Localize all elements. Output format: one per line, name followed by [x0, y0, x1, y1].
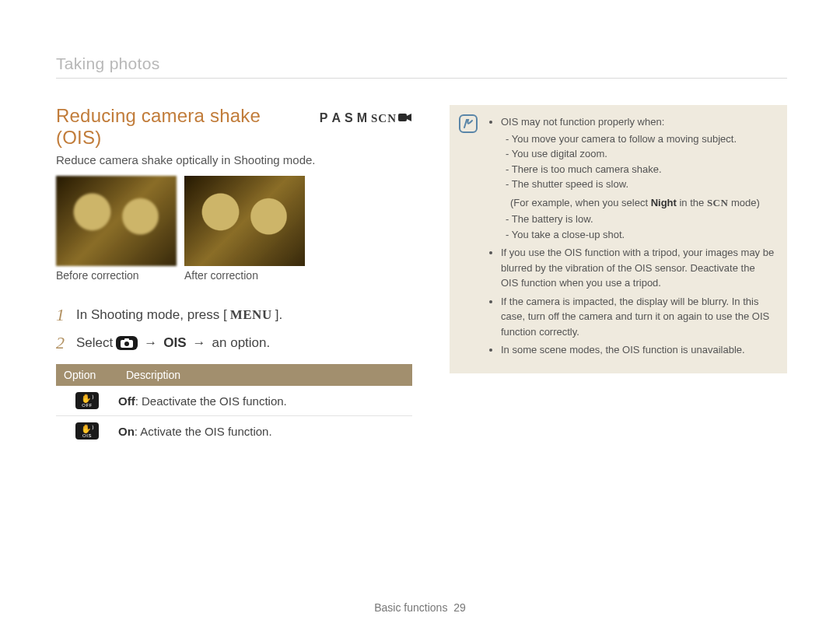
- mode-scn-icon: SCN: [371, 112, 397, 125]
- camera-icon: [116, 336, 138, 350]
- step-number: 2: [56, 333, 67, 353]
- page-footer: Basic functions 29: [0, 601, 840, 614]
- svg-point-3: [124, 342, 129, 346]
- footer-page-number: 29: [453, 601, 466, 614]
- menu-button-label: MENU: [230, 307, 272, 323]
- note-sub: The battery is low.: [506, 212, 775, 227]
- options-table: Option Description ✋⁾OFF Off: Deactivate…: [56, 364, 412, 446]
- arrow-icon: →: [190, 335, 209, 351]
- mode-badges: P A S M SCN: [320, 111, 412, 125]
- note-sub: You take a close-up shot.: [506, 227, 775, 243]
- mode-m-icon: M: [357, 111, 369, 125]
- mode-p-icon: P: [320, 111, 331, 125]
- ois-label: OIS: [163, 335, 186, 351]
- note-sub: The shutter speed is slow.: [506, 177, 775, 192]
- option-desc: : Deactivate the OIS function.: [135, 394, 287, 408]
- mode-s-icon: S: [345, 111, 355, 125]
- step-2-select: Select: [76, 335, 113, 351]
- option-desc: : Activate the OIS function.: [135, 425, 272, 438]
- ois-on-icon: ✋⁾OIS: [75, 422, 99, 440]
- caption-before: Before correction: [56, 269, 177, 282]
- intro-text: Reduce camera shake optically in Shootin…: [56, 153, 412, 166]
- step-number: 1: [56, 305, 67, 325]
- ois-off-icon: ✋⁾OFF: [75, 392, 99, 409]
- step-1-text-a: In Shooting mode, press [: [76, 307, 227, 323]
- breadcrumb: Taking photos: [56, 54, 787, 73]
- sample-before-image: [56, 176, 177, 266]
- sample-after-image: [184, 176, 305, 266]
- option-lead: Off: [118, 394, 135, 408]
- note-bullet-2: If you use the OIS function with a tripo…: [501, 245, 775, 291]
- table-row: ✋⁾OIS On: Activate the OIS function.: [56, 416, 412, 446]
- svg-rect-2: [124, 338, 129, 341]
- option-lead: On: [118, 425, 135, 438]
- note-sub: There is too much camera shake.: [506, 162, 775, 177]
- scn-inline-icon: SCN: [707, 197, 729, 208]
- note-sub: You use digital zoom.: [506, 146, 775, 162]
- table-header-description: Description: [118, 364, 412, 386]
- table-row: ✋⁾OFF Off: Deactivate the OIS function.: [56, 386, 412, 416]
- mode-video-icon: [398, 112, 412, 124]
- arrow-icon: →: [141, 335, 160, 351]
- note-bullet-1: OIS may not function properly when:: [501, 116, 664, 128]
- note-bullet-4: In some scene modes, the OIS function is…: [501, 342, 775, 358]
- step-1: 1 In Shooting mode, press [MENU].: [56, 305, 412, 325]
- note-paren: (For example, when you select Night in t…: [501, 195, 775, 211]
- note-sub: You move your camera to follow a moving …: [506, 131, 775, 147]
- step-1-text-b: ].: [275, 307, 282, 323]
- note-icon: [459, 114, 478, 133]
- footer-section: Basic functions: [374, 601, 447, 614]
- mode-a-icon: A: [331, 111, 343, 125]
- step-2: 2 Select → OIS → an option.: [56, 333, 412, 353]
- note-box: OIS may not function properly when: You …: [450, 105, 787, 373]
- note-bullet-3: If the camera is impacted, the display w…: [501, 294, 775, 340]
- table-header-option: Option: [56, 364, 118, 386]
- step-2-text-b: an option.: [212, 335, 271, 351]
- divider: [56, 78, 787, 79]
- svg-rect-0: [398, 114, 407, 121]
- section-heading: Reducing camera shake (OIS): [56, 105, 309, 149]
- caption-after: After correction: [184, 269, 305, 282]
